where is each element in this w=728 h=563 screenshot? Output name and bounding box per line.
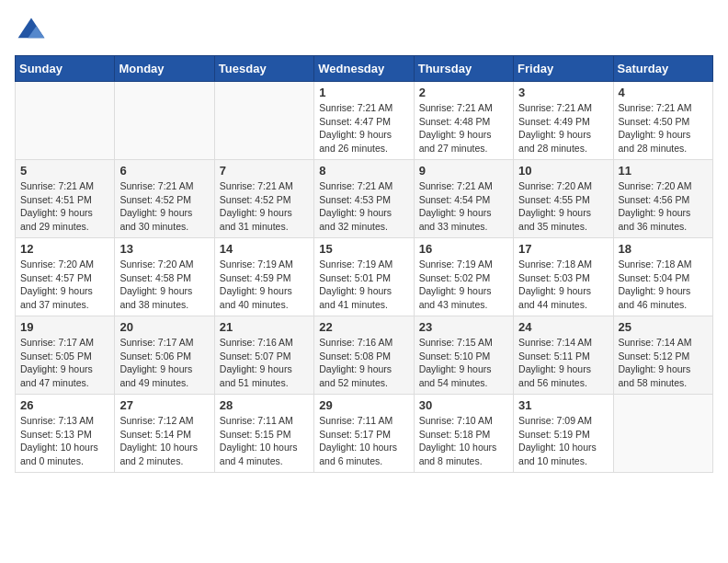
calendar-table: SundayMondayTuesdayWednesdayThursdayFrid… bbox=[15, 55, 713, 473]
calendar-day-1: 1Sunrise: 7:21 AMSunset: 4:47 PMDaylight… bbox=[314, 82, 414, 160]
calendar-day-22: 22Sunrise: 7:16 AMSunset: 5:08 PMDayligh… bbox=[314, 316, 414, 395]
day-number: 12 bbox=[20, 242, 109, 256]
day-number: 14 bbox=[220, 242, 309, 256]
day-info: Sunrise: 7:21 AMSunset: 4:52 PMDaylight:… bbox=[220, 179, 309, 234]
day-number: 8 bbox=[319, 164, 408, 178]
day-number: 22 bbox=[319, 320, 408, 334]
day-number: 25 bbox=[619, 320, 708, 334]
day-info: Sunrise: 7:21 AMSunset: 4:52 PMDaylight:… bbox=[119, 179, 209, 234]
calendar-empty-cell bbox=[16, 82, 115, 160]
day-info: Sunrise: 7:16 AMSunset: 5:07 PMDaylight:… bbox=[220, 336, 309, 390]
day-info: Sunrise: 7:14 AMSunset: 5:11 PMDaylight:… bbox=[518, 336, 608, 390]
calendar-day-10: 10Sunrise: 7:20 AMSunset: 4:55 PMDayligh… bbox=[514, 160, 613, 238]
day-info: Sunrise: 7:20 AMSunset: 4:56 PMDaylight:… bbox=[619, 179, 708, 234]
day-number: 28 bbox=[220, 398, 309, 412]
calendar-day-23: 23Sunrise: 7:15 AMSunset: 5:10 PMDayligh… bbox=[414, 316, 513, 395]
calendar-week-row: 19Sunrise: 7:17 AMSunset: 5:05 PMDayligh… bbox=[16, 316, 713, 395]
day-number: 5 bbox=[20, 164, 109, 178]
day-number: 9 bbox=[419, 164, 508, 178]
day-number: 18 bbox=[619, 242, 708, 256]
day-info: Sunrise: 7:21 AMSunset: 4:50 PMDaylight:… bbox=[619, 101, 708, 155]
calendar-empty-cell bbox=[115, 82, 214, 160]
weekday-header-sunday: Sunday bbox=[16, 56, 115, 82]
calendar-day-13: 13Sunrise: 7:20 AMSunset: 4:58 PMDayligh… bbox=[115, 238, 214, 316]
weekday-header-row: SundayMondayTuesdayWednesdayThursdayFrid… bbox=[16, 56, 713, 82]
day-number: 31 bbox=[518, 398, 608, 412]
weekday-header-tuesday: Tuesday bbox=[214, 56, 313, 82]
calendar-day-4: 4Sunrise: 7:21 AMSunset: 4:50 PMDaylight… bbox=[613, 82, 712, 160]
calendar-day-30: 30Sunrise: 7:10 AMSunset: 5:18 PMDayligh… bbox=[414, 395, 513, 473]
calendar-week-row: 1Sunrise: 7:21 AMSunset: 4:47 PMDaylight… bbox=[16, 82, 713, 160]
day-number: 17 bbox=[518, 242, 608, 256]
day-number: 10 bbox=[518, 164, 608, 178]
day-number: 16 bbox=[419, 242, 508, 256]
day-info: Sunrise: 7:11 AMSunset: 5:15 PMDaylight:… bbox=[220, 414, 309, 468]
day-number: 3 bbox=[518, 86, 608, 99]
day-info: Sunrise: 7:20 AMSunset: 4:55 PMDaylight:… bbox=[518, 179, 608, 234]
day-info: Sunrise: 7:17 AMSunset: 5:06 PMDaylight:… bbox=[119, 336, 209, 390]
day-info: Sunrise: 7:12 AMSunset: 5:14 PMDaylight:… bbox=[119, 414, 209, 468]
calendar-header: SundayMondayTuesdayWednesdayThursdayFrid… bbox=[16, 56, 713, 82]
calendar-day-19: 19Sunrise: 7:17 AMSunset: 5:05 PMDayligh… bbox=[16, 316, 115, 395]
calendar-day-31: 31Sunrise: 7:09 AMSunset: 5:19 PMDayligh… bbox=[514, 395, 613, 473]
calendar-day-15: 15Sunrise: 7:19 AMSunset: 5:01 PMDayligh… bbox=[314, 238, 414, 316]
weekday-header-friday: Friday bbox=[514, 56, 613, 82]
calendar-day-11: 11Sunrise: 7:20 AMSunset: 4:56 PMDayligh… bbox=[613, 160, 712, 238]
day-info: Sunrise: 7:21 AMSunset: 4:51 PMDaylight:… bbox=[20, 179, 109, 234]
weekday-header-wednesday: Wednesday bbox=[314, 56, 414, 82]
day-number: 4 bbox=[619, 86, 708, 99]
weekday-header-saturday: Saturday bbox=[613, 56, 712, 82]
day-number: 15 bbox=[319, 242, 408, 256]
day-number: 29 bbox=[319, 398, 408, 412]
day-info: Sunrise: 7:16 AMSunset: 5:08 PMDaylight:… bbox=[319, 336, 408, 390]
day-info: Sunrise: 7:17 AMSunset: 5:05 PMDaylight:… bbox=[20, 336, 109, 390]
day-info: Sunrise: 7:21 AMSunset: 4:53 PMDaylight:… bbox=[319, 179, 408, 234]
day-info: Sunrise: 7:18 AMSunset: 5:03 PMDaylight:… bbox=[518, 258, 608, 312]
calendar-week-row: 26Sunrise: 7:13 AMSunset: 5:13 PMDayligh… bbox=[16, 395, 713, 473]
calendar-day-7: 7Sunrise: 7:21 AMSunset: 4:52 PMDaylight… bbox=[214, 160, 313, 238]
day-info: Sunrise: 7:21 AMSunset: 4:54 PMDaylight:… bbox=[419, 179, 508, 234]
day-info: Sunrise: 7:10 AMSunset: 5:18 PMDaylight:… bbox=[419, 414, 508, 468]
day-number: 19 bbox=[20, 320, 109, 334]
day-info: Sunrise: 7:14 AMSunset: 5:12 PMDaylight:… bbox=[619, 336, 708, 390]
calendar-day-12: 12Sunrise: 7:20 AMSunset: 4:57 PMDayligh… bbox=[16, 238, 115, 316]
day-info: Sunrise: 7:20 AMSunset: 4:57 PMDaylight:… bbox=[20, 258, 109, 312]
calendar-day-26: 26Sunrise: 7:13 AMSunset: 5:13 PMDayligh… bbox=[16, 395, 115, 473]
calendar-day-2: 2Sunrise: 7:21 AMSunset: 4:48 PMDaylight… bbox=[414, 82, 513, 160]
calendar-day-8: 8Sunrise: 7:21 AMSunset: 4:53 PMDaylight… bbox=[314, 160, 414, 238]
calendar-day-14: 14Sunrise: 7:19 AMSunset: 4:59 PMDayligh… bbox=[214, 238, 313, 316]
calendar-day-18: 18Sunrise: 7:18 AMSunset: 5:04 PMDayligh… bbox=[613, 238, 712, 316]
day-number: 6 bbox=[119, 164, 209, 178]
logo-icon bbox=[15, 15, 48, 48]
day-number: 20 bbox=[119, 320, 209, 334]
day-number: 21 bbox=[220, 320, 309, 334]
calendar-week-row: 12Sunrise: 7:20 AMSunset: 4:57 PMDayligh… bbox=[16, 238, 713, 316]
day-number: 30 bbox=[419, 398, 508, 412]
day-info: Sunrise: 7:19 AMSunset: 5:01 PMDaylight:… bbox=[319, 258, 408, 312]
day-info: Sunrise: 7:20 AMSunset: 4:58 PMDaylight:… bbox=[119, 258, 209, 312]
logo bbox=[15, 15, 51, 48]
calendar-empty-cell bbox=[214, 82, 313, 160]
day-number: 2 bbox=[419, 86, 508, 99]
day-number: 11 bbox=[619, 164, 708, 178]
calendar-day-27: 27Sunrise: 7:12 AMSunset: 5:14 PMDayligh… bbox=[115, 395, 214, 473]
calendar-day-3: 3Sunrise: 7:21 AMSunset: 4:49 PMDaylight… bbox=[514, 82, 613, 160]
calendar-day-29: 29Sunrise: 7:11 AMSunset: 5:17 PMDayligh… bbox=[314, 395, 414, 473]
day-info: Sunrise: 7:19 AMSunset: 4:59 PMDaylight:… bbox=[220, 258, 309, 312]
calendar-empty-cell bbox=[613, 395, 712, 473]
day-number: 23 bbox=[419, 320, 508, 334]
calendar-day-25: 25Sunrise: 7:14 AMSunset: 5:12 PMDayligh… bbox=[613, 316, 712, 395]
day-number: 27 bbox=[119, 398, 209, 412]
day-info: Sunrise: 7:21 AMSunset: 4:47 PMDaylight:… bbox=[319, 101, 408, 155]
calendar-day-9: 9Sunrise: 7:21 AMSunset: 4:54 PMDaylight… bbox=[414, 160, 513, 238]
calendar-day-6: 6Sunrise: 7:21 AMSunset: 4:52 PMDaylight… bbox=[115, 160, 214, 238]
day-number: 24 bbox=[518, 320, 608, 334]
page-header bbox=[15, 15, 713, 48]
day-info: Sunrise: 7:11 AMSunset: 5:17 PMDaylight:… bbox=[319, 414, 408, 468]
calendar-week-row: 5Sunrise: 7:21 AMSunset: 4:51 PMDaylight… bbox=[16, 160, 713, 238]
day-number: 26 bbox=[20, 398, 109, 412]
day-info: Sunrise: 7:15 AMSunset: 5:10 PMDaylight:… bbox=[419, 336, 508, 390]
calendar-day-24: 24Sunrise: 7:14 AMSunset: 5:11 PMDayligh… bbox=[514, 316, 613, 395]
day-info: Sunrise: 7:21 AMSunset: 4:48 PMDaylight:… bbox=[419, 101, 508, 155]
calendar-body: 1Sunrise: 7:21 AMSunset: 4:47 PMDaylight… bbox=[16, 82, 713, 473]
